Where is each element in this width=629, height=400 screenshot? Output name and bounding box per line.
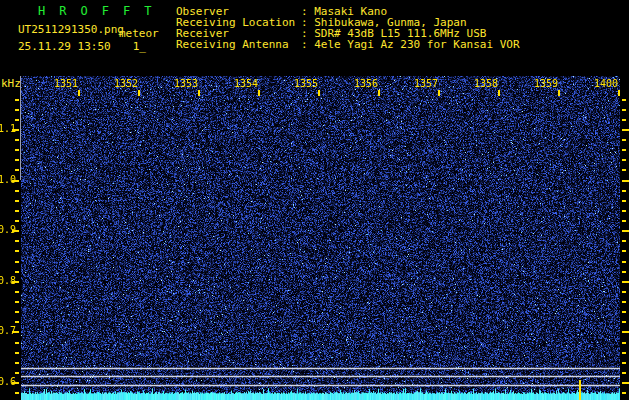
y-axis-tick — [15, 159, 19, 161]
y-axis-tick — [15, 362, 19, 364]
file-line: UT2511291350.pngmeteor — [18, 23, 159, 36]
y-axis-tick — [15, 220, 19, 222]
y-axis-tick — [15, 271, 19, 273]
y-axis-tick-right — [622, 99, 626, 101]
y-axis-tick — [15, 372, 19, 374]
y-axis-label: 1.1 — [0, 124, 16, 134]
y-axis-tick-right — [622, 109, 626, 111]
y-axis-tick — [15, 149, 19, 151]
y-axis-label: 0.8 — [0, 276, 16, 286]
y-axis-tick — [15, 261, 19, 263]
plot-left-border-line — [20, 76, 21, 180]
y-axis-tick-right — [622, 392, 626, 394]
datetime-label: 25.11.29 13:50 — [18, 40, 111, 53]
y-axis-tick-right — [622, 159, 626, 161]
y-axis-tick-right — [622, 291, 626, 293]
y-axis-tick — [15, 392, 19, 394]
y-axis-label: 0.6 — [0, 377, 16, 387]
y-axis-tick-right — [622, 139, 626, 141]
y-axis-tick — [15, 311, 19, 313]
filename-label: UT2511291350.png — [18, 23, 124, 36]
y-axis-tick-right — [622, 210, 626, 212]
y-axis-tick — [15, 352, 19, 354]
y-axis-tick — [15, 190, 19, 192]
y-axis-tick — [15, 119, 19, 121]
y-axis-tick — [15, 139, 19, 141]
info-row: Receiving Antenna: 4ele Yagi Az 230 for … — [176, 39, 520, 50]
y-axis-tick-right — [622, 342, 626, 344]
y-axis-tick-right — [622, 180, 629, 182]
y-axis-tick-right — [622, 352, 626, 354]
y-axis-tick-right — [622, 230, 629, 232]
y-axis-tick-right — [622, 169, 626, 171]
y-axis-unit-label: kHz — [1, 77, 21, 90]
y-axis-label: 0.9 — [0, 225, 16, 235]
y-axis-tick-right — [622, 321, 626, 323]
y-axis-tick-right — [622, 382, 629, 384]
info-value: : 4ele Yagi Az 230 for Kansai VOR — [301, 38, 520, 51]
hrofft-screen: H R O F F T UT2511291350.pngmeteor 25.11… — [0, 0, 629, 400]
observation-name-label: meteor — [119, 27, 159, 40]
y-axis-tick-right — [622, 271, 626, 273]
y-axis-tick — [15, 250, 19, 252]
y-axis-tick — [12, 331, 19, 333]
y-axis-tick — [15, 291, 19, 293]
y-axis-tick — [15, 321, 19, 323]
y-axis-label: 0.7 — [0, 326, 16, 336]
counter-label: 1_ — [133, 40, 146, 53]
y-axis-tick — [15, 301, 19, 303]
y-axis-tick-right — [622, 200, 626, 202]
y-axis-tick — [12, 180, 19, 182]
y-axis-tick-right — [622, 331, 629, 333]
datetime-line: 25.11.29 13:501_ — [18, 40, 146, 53]
app-title: H R O F F T — [38, 4, 155, 18]
y-axis-tick-right — [622, 301, 626, 303]
y-axis-tick — [15, 99, 19, 101]
y-axis-tick — [12, 382, 19, 384]
y-axis-tick-right — [622, 119, 626, 121]
y-axis-tick — [12, 281, 19, 283]
y-axis-tick — [15, 200, 19, 202]
y-axis-tick — [15, 240, 19, 242]
y-axis-tick-right — [622, 240, 626, 242]
y-axis-tick-right — [622, 149, 626, 151]
y-axis-tick — [15, 342, 19, 344]
y-axis-tick — [15, 210, 19, 212]
y-axis-tick-right — [622, 281, 629, 283]
y-axis-tick-right — [622, 220, 626, 222]
y-axis-tick — [12, 230, 19, 232]
y-axis-tick-right — [622, 261, 626, 263]
y-axis-tick-right — [622, 190, 626, 192]
y-axis-tick-right — [622, 311, 626, 313]
y-axis-tick — [12, 129, 19, 131]
y-axis-tick-right — [622, 250, 626, 252]
spectrogram-canvas — [21, 76, 620, 400]
y-axis-label: 1.0 — [0, 175, 16, 185]
y-axis-tick-right — [622, 372, 626, 374]
y-axis-tick-right — [622, 129, 629, 131]
station-info-block: Observer: Masaki KanoReceiving Location:… — [176, 6, 520, 50]
y-axis-tick — [15, 109, 19, 111]
info-label: Receiving Antenna — [176, 39, 301, 50]
y-axis-tick-right — [622, 362, 626, 364]
y-axis-tick — [15, 169, 19, 171]
